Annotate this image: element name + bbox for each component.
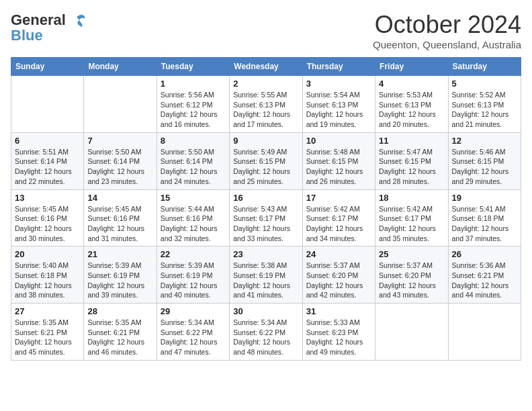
month-year-title: October 2024 <box>373 11 521 39</box>
day-cell-30: 30Sunrise: 5:34 AMSunset: 6:22 PMDayligh… <box>230 304 302 361</box>
day-info-11: Sunrise: 5:47 AMSunset: 6:15 PMDaylight:… <box>379 147 444 187</box>
day-info-16: Sunrise: 5:43 AMSunset: 6:17 PMDaylight:… <box>233 204 298 244</box>
day-number-14: 14 <box>87 193 152 203</box>
day-info-12: Sunrise: 5:46 AMSunset: 6:15 PMDaylight:… <box>452 147 517 187</box>
day-cell-17: 17Sunrise: 5:42 AMSunset: 6:17 PMDayligh… <box>302 189 375 246</box>
day-info-9: Sunrise: 5:49 AMSunset: 6:15 PMDaylight:… <box>233 147 298 187</box>
day-number-11: 11 <box>379 136 444 146</box>
day-info-28: Sunrise: 5:35 AMSunset: 6:21 PMDaylight:… <box>87 318 152 357</box>
empty-cell <box>375 304 448 361</box>
page-header: General Blue October 2024 Queenton, Quee… <box>11 11 521 50</box>
day-info-26: Sunrise: 5:36 AMSunset: 6:21 PMDaylight:… <box>452 261 517 300</box>
day-info-13: Sunrise: 5:45 AMSunset: 6:16 PMDaylight:… <box>15 204 80 244</box>
day-cell-18: 18Sunrise: 5:42 AMSunset: 6:17 PMDayligh… <box>375 189 448 246</box>
day-number-24: 24 <box>306 249 371 259</box>
header-monday: Monday <box>84 58 157 76</box>
day-cell-27: 27Sunrise: 5:35 AMSunset: 6:21 PMDayligh… <box>11 304 84 361</box>
day-number-5: 5 <box>452 79 517 89</box>
day-info-5: Sunrise: 5:52 AMSunset: 6:13 PMDaylight:… <box>452 90 517 130</box>
day-info-30: Sunrise: 5:34 AMSunset: 6:22 PMDaylight:… <box>233 318 298 357</box>
day-number-29: 29 <box>161 306 226 316</box>
day-cell-15: 15Sunrise: 5:44 AMSunset: 6:16 PMDayligh… <box>157 189 229 246</box>
header-tuesday: Tuesday <box>157 58 229 76</box>
day-info-3: Sunrise: 5:54 AMSunset: 6:13 PMDaylight:… <box>306 90 371 130</box>
location-subtitle: Queenton, Queensland, Australia <box>373 39 521 50</box>
week-row-4: 20Sunrise: 5:40 AMSunset: 6:18 PMDayligh… <box>11 246 521 304</box>
header-saturday: Saturday <box>448 58 521 76</box>
day-cell-1: 1Sunrise: 5:56 AMSunset: 6:12 PMDaylight… <box>157 76 229 133</box>
day-info-10: Sunrise: 5:48 AMSunset: 6:15 PMDaylight:… <box>306 147 371 187</box>
day-cell-28: 28Sunrise: 5:35 AMSunset: 6:21 PMDayligh… <box>84 304 157 361</box>
day-cell-22: 22Sunrise: 5:39 AMSunset: 6:19 PMDayligh… <box>157 246 229 304</box>
day-number-19: 19 <box>452 193 517 203</box>
calendar-table: SundayMondayTuesdayWednesdayThursdayFrid… <box>11 57 521 361</box>
day-info-25: Sunrise: 5:37 AMSunset: 6:20 PMDaylight:… <box>379 261 444 300</box>
empty-cell <box>448 304 521 361</box>
day-cell-24: 24Sunrise: 5:37 AMSunset: 6:20 PMDayligh… <box>302 246 375 304</box>
day-cell-14: 14Sunrise: 5:45 AMSunset: 6:16 PMDayligh… <box>84 189 157 246</box>
day-info-31: Sunrise: 5:33 AMSunset: 6:23 PMDaylight:… <box>306 318 371 357</box>
day-number-12: 12 <box>452 136 517 146</box>
day-number-20: 20 <box>15 249 80 259</box>
title-block: October 2024 Queenton, Queensland, Austr… <box>373 11 521 50</box>
day-info-23: Sunrise: 5:38 AMSunset: 6:19 PMDaylight:… <box>233 261 298 300</box>
empty-cell <box>84 76 157 133</box>
day-number-3: 3 <box>306 79 371 89</box>
day-cell-3: 3Sunrise: 5:54 AMSunset: 6:13 PMDaylight… <box>302 76 375 133</box>
day-number-18: 18 <box>379 193 444 203</box>
week-row-2: 6Sunrise: 5:51 AMSunset: 6:14 PMDaylight… <box>11 132 521 189</box>
day-cell-2: 2Sunrise: 5:55 AMSunset: 6:13 PMDaylight… <box>230 76 302 133</box>
day-cell-9: 9Sunrise: 5:49 AMSunset: 6:15 PMDaylight… <box>230 132 302 189</box>
day-number-16: 16 <box>233 193 298 203</box>
header-friday: Friday <box>375 58 448 76</box>
day-number-8: 8 <box>161 136 226 146</box>
day-info-7: Sunrise: 5:50 AMSunset: 6:14 PMDaylight:… <box>87 147 152 187</box>
day-info-4: Sunrise: 5:53 AMSunset: 6:13 PMDaylight:… <box>379 90 444 130</box>
day-cell-19: 19Sunrise: 5:41 AMSunset: 6:18 PMDayligh… <box>448 189 521 246</box>
day-cell-5: 5Sunrise: 5:52 AMSunset: 6:13 PMDaylight… <box>448 76 521 133</box>
day-number-15: 15 <box>161 193 226 203</box>
day-cell-31: 31Sunrise: 5:33 AMSunset: 6:23 PMDayligh… <box>302 304 375 361</box>
day-cell-20: 20Sunrise: 5:40 AMSunset: 6:18 PMDayligh… <box>11 246 84 304</box>
day-number-22: 22 <box>161 249 226 259</box>
day-cell-13: 13Sunrise: 5:45 AMSunset: 6:16 PMDayligh… <box>11 189 84 246</box>
day-info-18: Sunrise: 5:42 AMSunset: 6:17 PMDaylight:… <box>379 204 444 244</box>
day-cell-6: 6Sunrise: 5:51 AMSunset: 6:14 PMDaylight… <box>11 132 84 189</box>
day-cell-7: 7Sunrise: 5:50 AMSunset: 6:14 PMDaylight… <box>84 132 157 189</box>
header-thursday: Thursday <box>302 58 375 76</box>
day-cell-16: 16Sunrise: 5:43 AMSunset: 6:17 PMDayligh… <box>230 189 302 246</box>
day-number-2: 2 <box>233 79 298 89</box>
day-info-2: Sunrise: 5:55 AMSunset: 6:13 PMDaylight:… <box>233 90 298 130</box>
day-info-1: Sunrise: 5:56 AMSunset: 6:12 PMDaylight:… <box>161 90 226 130</box>
header-sunday: Sunday <box>11 58 84 76</box>
day-info-22: Sunrise: 5:39 AMSunset: 6:19 PMDaylight:… <box>161 261 226 300</box>
day-info-21: Sunrise: 5:39 AMSunset: 6:19 PMDaylight:… <box>87 261 152 300</box>
day-number-28: 28 <box>87 306 152 316</box>
day-info-24: Sunrise: 5:37 AMSunset: 6:20 PMDaylight:… <box>306 261 371 300</box>
day-number-23: 23 <box>233 249 298 259</box>
day-number-26: 26 <box>452 249 517 259</box>
day-info-8: Sunrise: 5:50 AMSunset: 6:14 PMDaylight:… <box>161 147 226 187</box>
header-wednesday: Wednesday <box>230 58 302 76</box>
day-cell-21: 21Sunrise: 5:39 AMSunset: 6:19 PMDayligh… <box>84 246 157 304</box>
day-info-17: Sunrise: 5:42 AMSunset: 6:17 PMDaylight:… <box>306 204 371 244</box>
day-cell-25: 25Sunrise: 5:37 AMSunset: 6:20 PMDayligh… <box>375 246 448 304</box>
day-cell-23: 23Sunrise: 5:38 AMSunset: 6:19 PMDayligh… <box>230 246 302 304</box>
day-number-4: 4 <box>379 79 444 89</box>
day-number-30: 30 <box>233 306 298 316</box>
day-number-6: 6 <box>15 136 80 146</box>
day-cell-4: 4Sunrise: 5:53 AMSunset: 6:13 PMDaylight… <box>375 76 448 133</box>
day-cell-12: 12Sunrise: 5:46 AMSunset: 6:15 PMDayligh… <box>448 132 521 189</box>
day-number-7: 7 <box>87 136 152 146</box>
day-info-15: Sunrise: 5:44 AMSunset: 6:16 PMDaylight:… <box>161 204 226 244</box>
day-info-20: Sunrise: 5:40 AMSunset: 6:18 PMDaylight:… <box>15 261 80 300</box>
day-cell-8: 8Sunrise: 5:50 AMSunset: 6:14 PMDaylight… <box>157 132 229 189</box>
day-info-29: Sunrise: 5:34 AMSunset: 6:22 PMDaylight:… <box>161 318 226 357</box>
empty-cell <box>11 76 84 133</box>
day-number-9: 9 <box>233 136 298 146</box>
day-cell-11: 11Sunrise: 5:47 AMSunset: 6:15 PMDayligh… <box>375 132 448 189</box>
day-number-31: 31 <box>306 306 371 316</box>
day-number-27: 27 <box>15 306 80 316</box>
day-cell-10: 10Sunrise: 5:48 AMSunset: 6:15 PMDayligh… <box>302 132 375 189</box>
logo-blue-text: Blue <box>11 27 43 44</box>
